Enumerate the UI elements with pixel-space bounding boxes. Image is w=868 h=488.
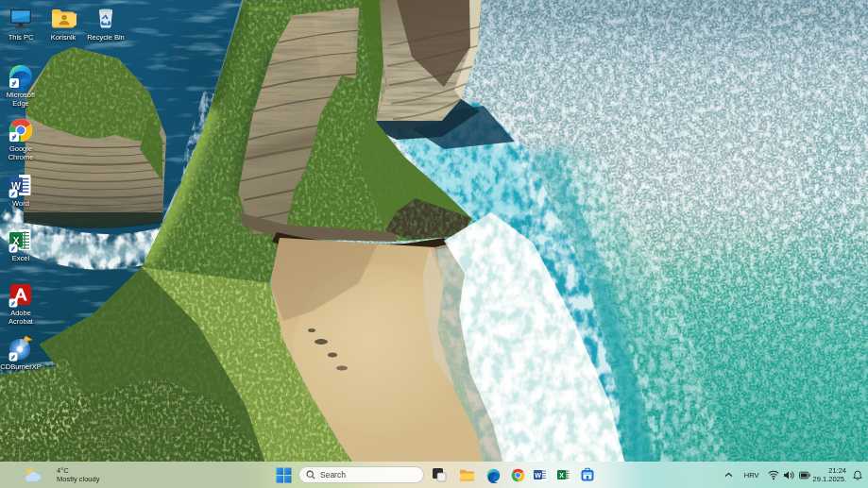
svg-text:X: X	[559, 472, 564, 479]
svg-text:W: W	[535, 472, 541, 479]
